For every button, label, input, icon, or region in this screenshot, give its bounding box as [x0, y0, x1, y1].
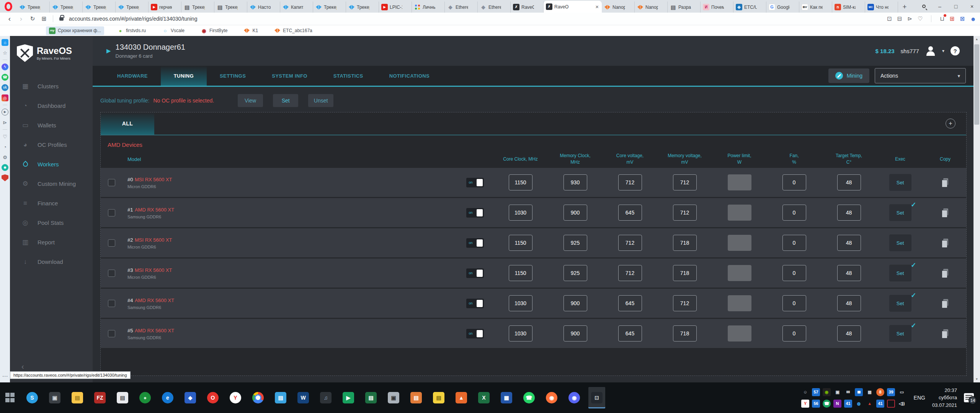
tray-icon[interactable]: ▦ [866, 388, 874, 396]
scrollbar[interactable]: ▲ ▼ [973, 36, 980, 382]
target-temp-input[interactable] [837, 174, 861, 190]
row-checkbox[interactable] [108, 179, 115, 186]
gpu-enable-toggle[interactable]: on [466, 238, 484, 248]
browser-tab[interactable]: ◆ ETC/USD × [733, 2, 766, 13]
copy-icon[interactable] [942, 178, 949, 187]
browser-tab[interactable]: ▶ герчик ур × [149, 2, 181, 13]
set-button[interactable]: Set [889, 174, 911, 191]
tray-icon[interactable]: ◍ [855, 400, 863, 408]
taskbar-app-icon[interactable]: ◉ [566, 387, 583, 408]
language-indicator[interactable]: ENG [914, 395, 925, 401]
taskbar-app-icon[interactable]: e [159, 387, 176, 408]
memory-voltage-input[interactable] [673, 295, 697, 311]
gpu-enable-toggle[interactable]: on [466, 329, 484, 338]
taskbar-app-icon[interactable]: ◉ [543, 387, 560, 408]
memory-voltage-input[interactable] [673, 235, 697, 251]
power-limit-input[interactable] [728, 325, 751, 341]
username[interactable]: shs777 [901, 48, 919, 54]
memory-clock-input[interactable] [564, 235, 587, 251]
taskbar-app-icon[interactable]: Y [227, 387, 244, 408]
taskbar-app-icon[interactable]: ▤ [408, 387, 425, 408]
tray-icon[interactable]: 41 [876, 400, 884, 408]
memory-voltage-input[interactable] [673, 174, 697, 190]
core-clock-input[interactable] [509, 235, 532, 251]
set-button[interactable]: Set [889, 265, 911, 281]
tray-icon[interactable]: 57 [812, 388, 820, 396]
gpu-enable-toggle[interactable]: on [466, 268, 484, 278]
fan-input[interactable] [782, 205, 806, 221]
set-button[interactable]: Set [889, 325, 911, 342]
rail-icon[interactable]: ⚙ [2, 154, 8, 161]
browser-tab[interactable]: n SIM-карт × [832, 2, 865, 13]
fan-input[interactable] [782, 174, 806, 190]
copy-icon[interactable] [942, 299, 949, 308]
actions-dropdown[interactable]: Actions [875, 68, 966, 83]
rail-icon[interactable]: ⊳ [2, 119, 8, 126]
browser-tab[interactable]: Nanopoo × [635, 2, 668, 13]
site-lock-icon[interactable] [59, 17, 64, 21]
taskbar-app-icon[interactable]: W [295, 387, 312, 408]
set-button[interactable]: Set [889, 295, 911, 312]
bookmark-item[interactable]: ETC_abc167a [271, 26, 315, 35]
browser-tab[interactable]: MC Что ново × [865, 2, 898, 13]
pinboard-icon[interactable]: ⊞ [950, 15, 955, 22]
bookmark-item[interactable]: ● firstvds.ru [114, 26, 149, 35]
clock[interactable]: 20:37 суббота 03.07.2021 [932, 387, 957, 409]
nav-tab[interactable]: TUNING [161, 66, 207, 86]
target-temp-input[interactable] [837, 295, 861, 311]
row-checkbox[interactable] [108, 270, 115, 277]
group-tab-all[interactable]: ALL [101, 112, 154, 135]
taskbar-app-icon[interactable]: FZ [91, 387, 108, 408]
copy-icon[interactable] [942, 329, 949, 338]
fan-input[interactable] [782, 265, 806, 281]
rail-icon[interactable] [3, 129, 7, 130]
user-menu-chevron-icon[interactable]: ▾ [942, 48, 944, 54]
tray-icon[interactable]: ✉ [844, 388, 852, 396]
memory-voltage-input[interactable] [673, 265, 697, 281]
bookmark-item[interactable]: my Сроки хранения ф... [46, 26, 104, 35]
shopping-cart-icon[interactable]: ⊔ [940, 15, 944, 22]
tray-icon[interactable]: N [833, 400, 841, 408]
opera-logo-icon[interactable] [0, 0, 17, 13]
browser-tab[interactable]: Трекер :: × [313, 2, 346, 13]
nav-tab[interactable]: HARDWARE [104, 66, 161, 86]
sidebar-item[interactable]: ≡ Finance [10, 193, 93, 213]
browser-tab[interactable]: G Google П × [766, 2, 799, 13]
browser-tab[interactable]: ▤ Разработ × [668, 2, 701, 13]
help-icon[interactable]: ? [951, 46, 960, 55]
browser-tab[interactable]: BV Как пере × [799, 2, 832, 13]
rail-icon[interactable]: ▶ [2, 109, 8, 115]
scroll-up-icon[interactable]: ▲ [973, 37, 980, 41]
memory-clock-input[interactable] [564, 295, 587, 311]
raveos-logo[interactable]: RaveOS By Miners. For Miners [10, 36, 93, 62]
memory-clock-input[interactable] [564, 205, 587, 221]
core-clock-input[interactable] [509, 174, 532, 190]
memory-clock-input[interactable] [564, 325, 587, 341]
tray-icon[interactable]: ☎ [823, 400, 831, 408]
sidebar-collapse-icon[interactable]: ‹ [21, 362, 24, 371]
tray-icon[interactable] [855, 388, 863, 396]
taskbar-app-icon[interactable]: ▲ [453, 387, 470, 408]
browser-tab[interactable]: Трекер :: × [17, 2, 50, 13]
browser-tab[interactable]: Капитали × [280, 2, 313, 13]
target-temp-input[interactable] [837, 265, 861, 281]
bookmark-item[interactable]: ○ Vscale [159, 26, 188, 35]
new-tab-button[interactable]: + [898, 2, 911, 13]
target-temp-input[interactable] [837, 235, 861, 251]
taskbar-app-icon[interactable]: ▣ [46, 387, 63, 408]
rail-icon[interactable]: ◔ [2, 143, 8, 150]
browser-tab[interactable]: Настояща × [247, 2, 280, 13]
power-limit-input[interactable] [728, 205, 751, 221]
close-button[interactable]: × [964, 0, 980, 13]
taskbar-app-icon[interactable]: ▤ [69, 387, 86, 408]
power-limit-input[interactable] [728, 295, 751, 311]
row-checkbox[interactable] [108, 209, 115, 216]
target-temp-input[interactable] [837, 325, 861, 341]
tray-icon[interactable]: ◁)) [898, 400, 906, 408]
rail-icon[interactable] [3, 60, 7, 60]
taskbar-app-icon[interactable]: ▤ [430, 387, 447, 408]
browser-tab[interactable]: ▶ LPIC-1 (е × [379, 2, 412, 13]
memory-clock-input[interactable] [564, 265, 587, 281]
browser-tab[interactable]: ◆ Ethereum × [445, 2, 478, 13]
sidebar-item[interactable]: ▦ Clusters [10, 76, 93, 96]
